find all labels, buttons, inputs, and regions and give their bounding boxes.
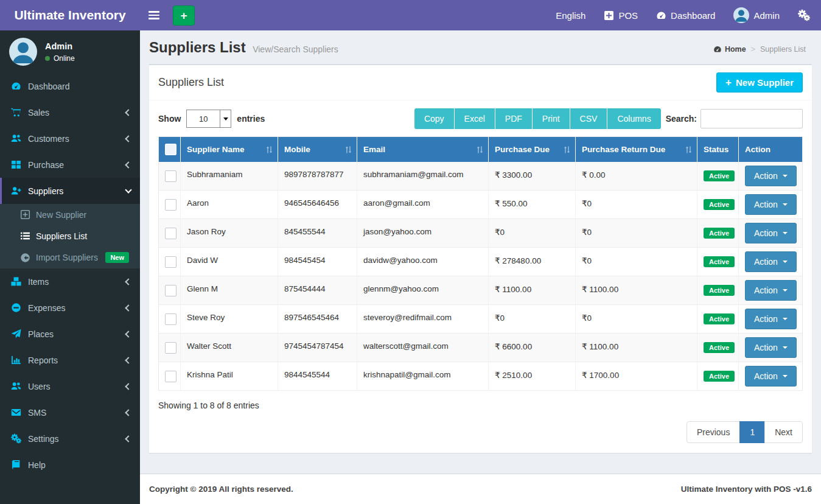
column-header-label: Status <box>704 145 728 154</box>
sidebar-item-dashboard[interactable]: Dashboard <box>0 73 140 99</box>
sidebar-item-suppliers[interactable]: Suppliers <box>0 178 140 204</box>
action-dropdown-button[interactable]: Action <box>745 166 797 186</box>
nav-dashboard[interactable]: Dashboard <box>656 10 715 21</box>
sidebar-subitem-suppliers-list[interactable]: Suppliers List <box>0 225 140 247</box>
sidebar-item-label: Items <box>28 277 49 287</box>
column-header-purchase-due[interactable]: Purchase Due <box>489 137 576 163</box>
column-header-supplier-name[interactable]: Supplier Name <box>181 137 278 163</box>
table-row: Walter Scott9745454787454walterscott@gma… <box>159 334 803 362</box>
sidebar-item-label: Dashboard <box>28 82 70 91</box>
row-checkbox[interactable] <box>165 371 176 382</box>
table-row: Aaron946545646456aaron@gmail.com₹ 550.00… <box>159 191 803 219</box>
column-header-mobile[interactable]: Mobile <box>278 137 357 163</box>
export-pdf-button[interactable]: PDF <box>495 108 533 129</box>
status-cell: Active <box>697 334 739 362</box>
pagination-next-button[interactable]: Next <box>764 421 803 443</box>
sidebar-subitem-import-suppliers[interactable]: Import SuppliersNew <box>0 247 140 268</box>
export-csv-button[interactable]: CSV <box>570 108 608 129</box>
sort-icon[interactable] <box>265 145 273 153</box>
sidebar-item-items[interactable]: Items <box>0 268 140 295</box>
column-header-purchase-return-due[interactable]: Purchase Return Due <box>576 137 697 163</box>
sidebar-item-reports[interactable]: Reports <box>0 347 140 373</box>
sidebar-user-status: Online <box>54 54 75 63</box>
nav-settings[interactable] <box>798 9 810 21</box>
suppliers-table: Supplier NameMobileEmailPurchase DuePurc… <box>158 136 803 391</box>
sidebar-item-expenses[interactable]: Expenses <box>0 295 140 321</box>
row-checkbox[interactable] <box>165 228 176 239</box>
sort-icon[interactable] <box>563 145 571 153</box>
chevron-left-icon <box>125 435 131 442</box>
sidebar-item-sales[interactable]: Sales <box>0 99 140 125</box>
email-cell: krishnapatil@gmail.com <box>357 362 489 391</box>
select-all-checkbox[interactable] <box>165 144 176 155</box>
pagination-page-1-button[interactable]: 1 <box>739 421 765 443</box>
sidebar-item-users[interactable]: Users <box>0 373 140 399</box>
list-icon <box>20 231 30 241</box>
page-length-select[interactable]: 10 <box>186 110 231 128</box>
row-checkbox[interactable] <box>165 342 176 354</box>
table-row: Steve Roy897546545464steveroy@redifmail.… <box>159 305 803 334</box>
row-checkbox[interactable] <box>165 256 176 268</box>
column-header-label: Supplier Name <box>187 145 245 154</box>
action-dropdown-button[interactable]: Action <box>745 280 797 301</box>
sidebar-subitem-new-supplier[interactable]: New Supplier <box>0 204 140 225</box>
nav-dashboard-label: Dashboard <box>671 10 715 21</box>
sort-icon[interactable] <box>476 145 484 153</box>
dashboard-icon <box>11 81 21 91</box>
purchase-due-cell: ₹0 <box>489 305 576 334</box>
sidebar-item-places[interactable]: Places <box>0 321 140 347</box>
action-dropdown-button[interactable]: Action <box>745 194 797 215</box>
gears-icon <box>11 433 21 444</box>
status-cell: Active <box>697 219 739 248</box>
row-checkbox[interactable] <box>165 170 176 182</box>
sidebar-item-sms[interactable]: SMS <box>0 399 140 425</box>
new-supplier-button[interactable]: + New Supplier <box>716 72 803 93</box>
sidebar-item-label: Expenses <box>28 303 65 313</box>
row-checkbox[interactable] <box>165 285 176 296</box>
export-excel-button[interactable]: Excel <box>455 108 495 129</box>
purchase-return-due-cell: ₹0 <box>576 305 697 334</box>
sidebar-item-help[interactable]: Help <box>0 452 140 478</box>
mobile-cell: 897546545464 <box>278 305 357 334</box>
pagination-previous-button[interactable]: Previous <box>686 421 740 443</box>
export-copy-button[interactable]: Copy <box>414 108 455 129</box>
nav-user-menu[interactable]: Admin <box>733 7 780 23</box>
sort-icon[interactable] <box>344 145 352 153</box>
quick-add-button[interactable]: + <box>173 5 195 26</box>
export-print-button[interactable]: Print <box>533 108 570 129</box>
suppliers-list-card: Suppliers List + New Supplier Show 10 en… <box>149 64 812 453</box>
sidebar: Admin Online DashboardSalesCustomersPurc… <box>0 30 140 504</box>
brand-logo[interactable]: Ultimate Inventory <box>0 0 140 30</box>
email-cell: subhramaniam@gmail.com <box>357 162 489 191</box>
action-dropdown-button[interactable]: Action <box>745 366 797 387</box>
sidebar-item-settings[interactable]: Settings <box>0 425 140 452</box>
action-dropdown-button[interactable]: Action <box>745 309 797 329</box>
column-header-email[interactable]: Email <box>357 137 489 163</box>
nav-pos[interactable]: POS <box>604 10 638 21</box>
sidebar-item-label: SMS <box>28 408 46 418</box>
column-header-label: Email <box>363 145 385 154</box>
cubes-icon <box>11 276 21 287</box>
column-header-label: Purchase Return Due <box>582 145 665 154</box>
status-cell: Active <box>697 248 739 276</box>
breadcrumb-home[interactable]: Home <box>713 45 746 54</box>
export-columns-button[interactable]: Columns <box>607 108 660 129</box>
action-dropdown-button[interactable]: Action <box>745 337 797 358</box>
row-checkbox[interactable] <box>165 199 176 211</box>
action-dropdown-button[interactable]: Action <box>745 251 797 272</box>
sidebar-toggle-button[interactable] <box>140 0 168 30</box>
row-checkbox[interactable] <box>165 313 176 325</box>
status-badge: Active <box>704 285 735 296</box>
mobile-cell: 946545646456 <box>278 191 357 219</box>
purchase-return-due-cell: ₹ 1100.00 <box>576 276 697 305</box>
dashboard-icon <box>713 45 722 54</box>
nav-language[interactable]: English <box>556 10 585 21</box>
sidebar-item-purchase[interactable]: Purchase <box>0 152 140 178</box>
chart-icon <box>11 355 21 365</box>
sidebar-item-customers[interactable]: Customers <box>0 125 140 152</box>
status-cell: Active <box>697 191 739 219</box>
purchase-due-cell: ₹ 1100.00 <box>489 276 576 305</box>
search-input[interactable] <box>700 109 803 128</box>
action-dropdown-button[interactable]: Action <box>745 223 797 243</box>
sort-icon[interactable] <box>685 145 693 153</box>
